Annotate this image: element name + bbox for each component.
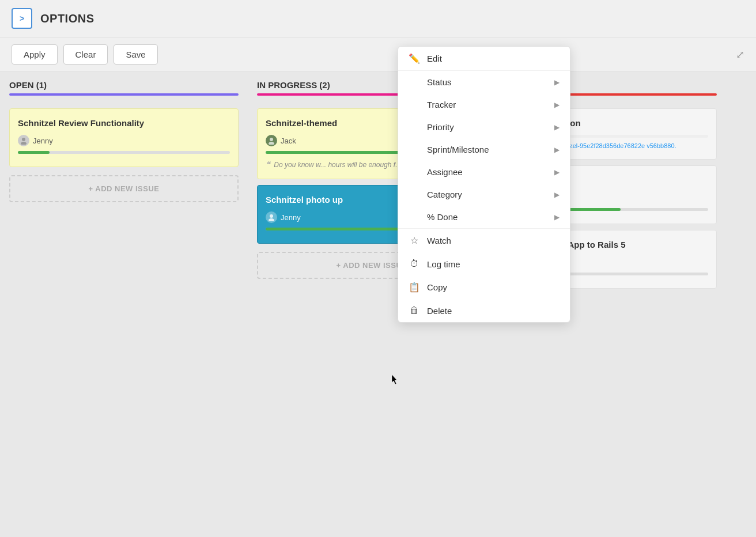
chevron-right-icon: ▶ [554,168,560,176]
trash-icon: 🗑 [409,305,420,316]
card-title: Schnitzel Review Functionality [18,117,230,129]
menu-item-edit[interactable]: ✏️ Edit [398,47,570,70]
menu-item-log-time[interactable]: ⏱ Log time [398,252,570,275]
add-issue-button-open[interactable]: + ADD NEW ISSUE [9,175,239,202]
menu-item-label: Category [427,190,547,199]
column-open: OPEN (1) Schnitzel Review Functionality … [0,72,248,537]
star-icon: ☆ [409,235,420,246]
context-menu: ✏️ Edit Status ▶ Tracker ▶ Priority ▶ Sp… [398,46,570,323]
menu-item-label: Tracker [427,100,547,109]
menu-item-label: Status [427,77,547,87]
menu-item-label: Watch [427,236,560,245]
chevron-right-icon: ▶ [554,78,560,86]
svg-point-0 [22,138,25,141]
board: OPEN (1) Schnitzel Review Functionality … [0,72,756,537]
clock-icon: ⏱ [409,259,420,269]
card-schnitzel-review[interactable]: Schnitzel Review Functionality Jenny [9,108,239,167]
menu-item-percent-done[interactable]: % Done ▶ [398,206,570,228]
column-title-open: OPEN (1) [9,80,239,90]
expand-button[interactable]: > [12,8,32,29]
menu-item-copy[interactable]: 📋 Copy [398,275,570,299]
card-assignee: Jenny [18,135,230,146]
chevron-right-icon: ▶ [554,123,560,131]
assignee-name: Jenny [33,137,53,145]
svg-point-4 [270,214,273,218]
menu-item-label: Copy [427,282,560,292]
progress-fill [266,151,414,154]
edit-icon: ✏️ [409,53,420,64]
menu-item-label: Delete [427,306,560,316]
menu-item-assignee[interactable]: Assignee ▶ [398,161,570,183]
column-bar-open [9,93,239,96]
assignee-name: Jack [281,137,296,145]
menu-item-label: Priority [427,122,547,132]
toolbar: Apply Clear Save ⤢ [0,37,756,72]
menu-item-tracker[interactable]: Tracker ▶ [398,93,570,116]
fullscreen-icon[interactable]: ⤢ [736,48,744,61]
svg-point-1 [21,142,27,145]
apply-button[interactable]: Apply [12,44,58,65]
menu-item-label: % Done [427,212,547,222]
svg-point-2 [270,138,273,141]
assignee-name: Jenny [281,213,301,222]
menu-item-status[interactable]: Status ▶ [398,71,570,93]
progress-bar [18,151,230,154]
progress-fill [18,151,50,154]
header: > OPTIONS [0,0,756,37]
page-title: OPTIONS [40,12,94,25]
svg-point-3 [269,142,274,145]
menu-item-watch[interactable]: ☆ Watch [398,229,570,252]
menu-item-label: Assignee [427,167,547,177]
avatar [266,211,277,223]
avatar [266,135,277,146]
quote-icon: ❝ [266,160,270,169]
menu-item-sprint-milestone[interactable]: Sprint/Milestone ▶ [398,138,570,161]
menu-item-label: Log time [427,259,560,269]
chevron-right-icon: ▶ [554,101,560,109]
menu-item-label: Sprint/Milestone [427,145,547,154]
column-header-open: OPEN (1) [9,72,239,108]
menu-item-category[interactable]: Category ▶ [398,183,570,206]
chevron-right-icon: ▶ [554,191,560,199]
copy-icon: 📋 [409,282,420,293]
chevron-right-icon: ▶ [554,213,560,221]
chevron-right-icon: > [20,14,24,23]
menu-item-delete[interactable]: 🗑 Delete [398,299,570,322]
svg-point-5 [269,218,274,221]
avatar [18,135,29,146]
chevron-right-icon: ▶ [554,146,560,154]
menu-item-label: Edit [427,54,560,63]
save-button[interactable]: Save [114,44,157,65]
menu-item-priority[interactable]: Priority ▶ [398,116,570,138]
clear-button[interactable]: Clear [63,44,108,65]
